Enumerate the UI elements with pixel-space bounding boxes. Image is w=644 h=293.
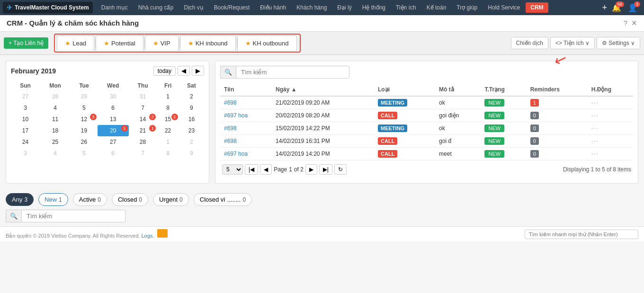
row-actions[interactable]: ··· bbox=[588, 109, 633, 122]
last-page-button[interactable]: ▶| bbox=[319, 164, 332, 175]
calendar-day[interactable]: 11 bbox=[40, 114, 71, 125]
row-actions[interactable]: ··· bbox=[588, 135, 633, 148]
calendar-day[interactable]: 16 bbox=[179, 114, 204, 125]
nav-he-thong[interactable]: Hệ thống bbox=[358, 2, 390, 13]
brand-logo[interactable]: ✈ TravelMaster Cloud System bbox=[3, 2, 93, 13]
search-input[interactable] bbox=[236, 66, 349, 79]
calendar-day[interactable]: 24 bbox=[11, 136, 40, 148]
calendar-day[interactable]: 5 bbox=[71, 102, 98, 114]
add-button[interactable]: + bbox=[602, 3, 607, 13]
nav-hold-service[interactable]: Hold Service bbox=[483, 2, 525, 13]
calendar-day[interactable]: 3 bbox=[11, 102, 40, 114]
tab-tien-ich[interactable]: <> Tiện ích ∨ bbox=[550, 37, 595, 49]
filter-closed-vi[interactable]: Closed vì ........ 0 bbox=[194, 193, 252, 206]
row-actions[interactable]: ··· bbox=[588, 148, 633, 160]
row-name-link[interactable]: #697 hoa bbox=[224, 112, 248, 119]
tab-kh-outbound[interactable]: ★ KH outbound bbox=[237, 36, 297, 51]
calendar-day[interactable]: 25 bbox=[40, 136, 71, 148]
calendar-day[interactable]: 151 bbox=[157, 114, 179, 125]
first-page-button[interactable]: |◀ bbox=[245, 164, 258, 175]
calendar-day[interactable]: 10 bbox=[11, 114, 40, 125]
nav-crm[interactable]: CRM bbox=[526, 2, 548, 13]
filter-closed[interactable]: Closed 0 bbox=[112, 193, 148, 206]
tab-potential[interactable]: ★ Potential bbox=[96, 36, 143, 51]
calendar-day[interactable]: 23 bbox=[179, 125, 204, 136]
calendar-day[interactable]: 31 bbox=[129, 91, 157, 102]
calendar-day[interactable]: 26 bbox=[71, 136, 98, 148]
message-button[interactable]: 👤 3 bbox=[628, 3, 637, 12]
calendar-day[interactable]: 30 bbox=[98, 91, 129, 102]
nav-dieu-hanh[interactable]: Điều hành bbox=[255, 2, 291, 13]
row-name-link[interactable]: #698 bbox=[224, 99, 237, 106]
calendar-day[interactable]: 5 bbox=[71, 148, 98, 159]
calendar-day[interactable]: 142 bbox=[129, 114, 157, 125]
calendar-day[interactable]: 18 bbox=[40, 125, 71, 136]
calendar-day[interactable]: 22 bbox=[157, 125, 179, 136]
row-name-link[interactable]: #697 hoa bbox=[224, 151, 248, 157]
nav-ke-toan[interactable]: Kế toán bbox=[422, 2, 451, 13]
row-name-link[interactable]: #698 bbox=[224, 125, 237, 132]
calendar-day[interactable]: 4 bbox=[40, 148, 71, 159]
tab-lead[interactable]: ★ Lead bbox=[57, 36, 94, 51]
calendar-day[interactable]: 7 bbox=[129, 148, 157, 159]
prev-page-button[interactable]: ◀ bbox=[260, 164, 272, 175]
calendar-day[interactable]: 9 bbox=[179, 148, 204, 159]
row-actions[interactable]: ··· bbox=[588, 122, 633, 135]
tab-chien-dich[interactable]: Chiến dịch bbox=[511, 37, 548, 49]
calendar-day[interactable]: 6 bbox=[98, 102, 129, 114]
tab-vip[interactable]: ★ VIP bbox=[145, 36, 179, 51]
table-row: #697 hoa14/02/2019 14:20 PMCALLmeetNEW0·… bbox=[220, 148, 633, 160]
refresh-button[interactable]: ↻ bbox=[334, 164, 347, 175]
calendar-day[interactable]: 1 bbox=[157, 136, 179, 148]
calendar-day[interactable]: 3 bbox=[11, 148, 40, 159]
logs-link[interactable]: Logs. bbox=[141, 233, 154, 239]
today-button[interactable]: today bbox=[153, 66, 176, 76]
nav-danh-muc[interactable]: Danh mục bbox=[97, 2, 133, 13]
calendar-day[interactable]: 27 bbox=[11, 91, 40, 102]
row-actions[interactable]: ··· bbox=[588, 96, 633, 109]
close-icon[interactable]: ✕ bbox=[631, 19, 637, 27]
calendar-day[interactable]: 2 bbox=[179, 91, 204, 102]
calendar-day[interactable]: 211 bbox=[129, 125, 157, 136]
calendar-day[interactable]: 27 bbox=[98, 136, 129, 148]
tab-settings[interactable]: ⚙ Settings ∨ bbox=[597, 37, 640, 49]
calendar-day[interactable]: 123 bbox=[71, 114, 98, 125]
next-page-button[interactable]: ▶ bbox=[305, 164, 317, 175]
nav-tien-ich[interactable]: Tiện ích bbox=[391, 2, 421, 13]
filter-urgent[interactable]: Urgent 0 bbox=[153, 193, 189, 206]
calendar-day[interactable]: 29 bbox=[71, 91, 98, 102]
page-size-select[interactable]: 5 10 25 bbox=[222, 164, 243, 175]
calendar-day[interactable]: 1 bbox=[157, 91, 179, 102]
help-icon[interactable]: ? bbox=[624, 19, 627, 27]
calendar-day[interactable]: 6 bbox=[98, 148, 129, 159]
calendar-day[interactable]: 8 bbox=[157, 148, 179, 159]
nav-khach-hang[interactable]: Khách hàng bbox=[292, 2, 331, 13]
filter-new[interactable]: New 1 bbox=[38, 193, 68, 206]
nav-tro-giup[interactable]: Trợ giúp bbox=[452, 2, 482, 13]
calendar-day[interactable]: 9 bbox=[179, 102, 204, 114]
calendar-day[interactable]: 2 bbox=[179, 136, 204, 148]
nav-nha-cung-cap[interactable]: Nhà cung cấp bbox=[134, 2, 178, 13]
filter-active[interactable]: Active 0 bbox=[73, 193, 107, 206]
nav-dai-ly[interactable]: Đại lý bbox=[332, 2, 356, 13]
calendar-day[interactable]: 7 bbox=[129, 102, 157, 114]
footer-search-input[interactable] bbox=[525, 230, 638, 239]
create-contact-button[interactable]: + Tạo Liên hệ bbox=[4, 37, 48, 49]
calendar-day[interactable]: 19 bbox=[71, 125, 98, 136]
calendar-day[interactable]: 28 bbox=[129, 136, 157, 148]
calendar-day[interactable]: 4 bbox=[40, 102, 71, 114]
tab-kh-inbound[interactable]: ★ KH inbound bbox=[180, 36, 236, 51]
prev-month-button[interactable]: ◀ bbox=[178, 66, 190, 76]
calendar-day[interactable]: 13 bbox=[98, 114, 129, 125]
row-name-link[interactable]: #698 bbox=[224, 138, 237, 144]
calendar-day[interactable]: 28 bbox=[40, 91, 71, 102]
filter-any[interactable]: Any 3 bbox=[6, 193, 34, 206]
calendar-day[interactable]: 201 bbox=[98, 125, 129, 136]
bottom-search-input[interactable] bbox=[21, 210, 125, 222]
notification-button[interactable]: 🔔 56 bbox=[612, 3, 621, 12]
nav-dich-vu[interactable]: Dịch vụ bbox=[179, 2, 208, 13]
nav-book-request[interactable]: Book/Request bbox=[209, 2, 254, 13]
calendar-day[interactable]: 8 bbox=[157, 102, 179, 114]
calendar-day[interactable]: 17 bbox=[11, 125, 40, 136]
next-month-button[interactable]: ▶ bbox=[192, 66, 204, 76]
